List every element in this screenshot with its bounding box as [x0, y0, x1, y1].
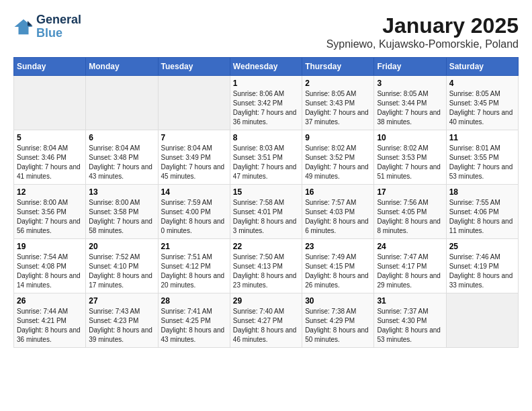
calendar-cell: 26Sunrise: 7:44 AM Sunset: 4:21 PM Dayli… [14, 293, 86, 348]
calendar-body: 1Sunrise: 8:06 AM Sunset: 3:42 PM Daylig… [14, 76, 519, 348]
week-row-1: 1Sunrise: 8:06 AM Sunset: 3:42 PM Daylig… [14, 76, 519, 130]
weekday-thursday: Thursday [302, 58, 374, 76]
day-number: 3 [377, 79, 443, 88]
day-number: 16 [305, 187, 371, 197]
weekday-header-row: SundayMondayTuesdayWednesdayThursdayFrid… [14, 58, 519, 76]
day-number: 8 [233, 133, 299, 142]
day-number: 17 [377, 187, 443, 197]
calendar-cell: 16Sunrise: 7:57 AM Sunset: 4:03 PM Dayli… [302, 185, 374, 239]
day-info: Sunrise: 7:56 AM Sunset: 4:05 PM Dayligh… [377, 198, 443, 236]
day-number: 30 [305, 296, 371, 306]
calendar-cell: 17Sunrise: 7:56 AM Sunset: 4:05 PM Dayli… [374, 185, 446, 239]
calendar-cell: 22Sunrise: 7:50 AM Sunset: 4:13 PM Dayli… [230, 239, 302, 293]
day-number: 19 [17, 242, 83, 251]
day-number: 14 [161, 187, 227, 197]
calendar-table: SundayMondayTuesdayWednesdayThursdayFrid… [13, 57, 519, 348]
day-number: 10 [377, 133, 443, 142]
calendar-cell [86, 76, 158, 130]
calendar-cell: 1Sunrise: 8:06 AM Sunset: 3:42 PM Daylig… [230, 76, 302, 130]
day-info: Sunrise: 7:38 AM Sunset: 4:29 PM Dayligh… [305, 307, 371, 345]
calendar-cell: 20Sunrise: 7:52 AM Sunset: 4:10 PM Dayli… [86, 239, 158, 293]
day-number: 23 [305, 242, 371, 251]
calendar-cell: 29Sunrise: 7:40 AM Sunset: 4:27 PM Dayli… [230, 293, 302, 348]
day-info: Sunrise: 7:49 AM Sunset: 4:15 PM Dayligh… [305, 253, 371, 290]
day-number: 6 [89, 133, 154, 142]
week-row-2: 5Sunrise: 8:04 AM Sunset: 3:46 PM Daylig… [14, 130, 519, 185]
day-info: Sunrise: 8:05 AM Sunset: 3:43 PM Dayligh… [305, 89, 371, 127]
calendar-cell: 11Sunrise: 8:01 AM Sunset: 3:55 PM Dayli… [446, 130, 518, 185]
day-info: Sunrise: 7:54 AM Sunset: 4:08 PM Dayligh… [17, 253, 83, 290]
day-info: Sunrise: 7:57 AM Sunset: 4:03 PM Dayligh… [305, 198, 371, 236]
weekday-tuesday: Tuesday [158, 58, 230, 76]
day-info: Sunrise: 8:05 AM Sunset: 3:45 PM Dayligh… [449, 89, 515, 127]
calendar-cell: 23Sunrise: 7:49 AM Sunset: 4:15 PM Dayli… [302, 239, 374, 293]
day-info: Sunrise: 7:47 AM Sunset: 4:17 PM Dayligh… [377, 253, 443, 290]
weekday-saturday: Saturday [446, 58, 518, 76]
calendar-cell: 9Sunrise: 8:02 AM Sunset: 3:52 PM Daylig… [302, 130, 374, 185]
calendar-cell: 3Sunrise: 8:05 AM Sunset: 3:44 PM Daylig… [374, 76, 446, 130]
day-info: Sunrise: 7:50 AM Sunset: 4:13 PM Dayligh… [233, 253, 299, 290]
day-info: Sunrise: 7:44 AM Sunset: 4:21 PM Dayligh… [17, 307, 83, 345]
day-info: Sunrise: 7:37 AM Sunset: 4:30 PM Dayligh… [377, 307, 443, 345]
subtitle: Sypniewo, Kujawsko-Pomorskie, Poland [326, 38, 519, 50]
day-number: 7 [161, 133, 227, 142]
day-number: 1 [233, 79, 299, 88]
day-number: 15 [233, 187, 299, 197]
day-info: Sunrise: 8:01 AM Sunset: 3:55 PM Dayligh… [449, 144, 515, 181]
page-header: General Blue January 2025 Sypniewo, Kuja… [13, 13, 519, 50]
day-number: 31 [377, 296, 443, 306]
day-info: Sunrise: 8:02 AM Sunset: 3:53 PM Dayligh… [377, 144, 443, 181]
day-info: Sunrise: 8:00 AM Sunset: 3:56 PM Dayligh… [17, 198, 83, 236]
day-number: 5 [17, 133, 83, 142]
day-info: Sunrise: 7:51 AM Sunset: 4:12 PM Dayligh… [161, 253, 227, 290]
day-info: Sunrise: 7:55 AM Sunset: 4:06 PM Dayligh… [449, 198, 515, 236]
calendar-cell: 27Sunrise: 7:43 AM Sunset: 4:23 PM Dayli… [86, 293, 158, 348]
calendar-header: SundayMondayTuesdayWednesdayThursdayFrid… [14, 58, 519, 76]
calendar-cell: 25Sunrise: 7:46 AM Sunset: 4:19 PM Dayli… [446, 239, 518, 293]
day-info: Sunrise: 7:58 AM Sunset: 4:01 PM Dayligh… [233, 198, 299, 236]
day-number: 20 [89, 242, 154, 251]
day-info: Sunrise: 8:00 AM Sunset: 3:58 PM Dayligh… [89, 198, 154, 236]
calendar-cell [14, 76, 86, 130]
calendar-cell [158, 76, 230, 130]
day-number: 2 [305, 79, 371, 88]
day-info: Sunrise: 7:41 AM Sunset: 4:25 PM Dayligh… [161, 307, 227, 345]
title-block: January 2025 Sypniewo, Kujawsko-Pomorski… [326, 13, 519, 50]
day-number: 22 [233, 242, 299, 251]
day-number: 29 [233, 296, 299, 306]
calendar-cell: 30Sunrise: 7:38 AM Sunset: 4:29 PM Dayli… [302, 293, 374, 348]
logo-line1: General [36, 13, 81, 27]
calendar-cell: 15Sunrise: 7:58 AM Sunset: 4:01 PM Dayli… [230, 185, 302, 239]
day-number: 13 [89, 187, 154, 197]
calendar-cell: 8Sunrise: 8:03 AM Sunset: 3:51 PM Daylig… [230, 130, 302, 185]
calendar-cell: 31Sunrise: 7:37 AM Sunset: 4:30 PM Dayli… [374, 293, 446, 348]
day-info: Sunrise: 8:04 AM Sunset: 3:48 PM Dayligh… [89, 144, 154, 181]
weekday-sunday: Sunday [14, 58, 86, 76]
day-info: Sunrise: 7:43 AM Sunset: 4:23 PM Dayligh… [89, 307, 154, 345]
day-number: 27 [89, 296, 154, 306]
calendar-cell: 13Sunrise: 8:00 AM Sunset: 3:58 PM Dayli… [86, 185, 158, 239]
day-number: 21 [161, 242, 227, 251]
day-number: 26 [17, 296, 83, 306]
week-row-3: 12Sunrise: 8:00 AM Sunset: 3:56 PM Dayli… [14, 185, 519, 239]
calendar-cell: 14Sunrise: 7:59 AM Sunset: 4:00 PM Dayli… [158, 185, 230, 239]
calendar-cell: 6Sunrise: 8:04 AM Sunset: 3:48 PM Daylig… [86, 130, 158, 185]
week-row-4: 19Sunrise: 7:54 AM Sunset: 4:08 PM Dayli… [14, 239, 519, 293]
calendar-cell: 7Sunrise: 8:04 AM Sunset: 3:49 PM Daylig… [158, 130, 230, 185]
calendar-cell [446, 293, 518, 348]
day-info: Sunrise: 8:06 AM Sunset: 3:42 PM Dayligh… [233, 89, 299, 127]
calendar-cell: 28Sunrise: 7:41 AM Sunset: 4:25 PM Dayli… [158, 293, 230, 348]
day-info: Sunrise: 7:40 AM Sunset: 4:27 PM Dayligh… [233, 307, 299, 345]
calendar-cell: 19Sunrise: 7:54 AM Sunset: 4:08 PM Dayli… [14, 239, 86, 293]
day-info: Sunrise: 8:04 AM Sunset: 3:49 PM Dayligh… [161, 144, 227, 181]
main-title: January 2025 [326, 13, 519, 38]
day-info: Sunrise: 8:04 AM Sunset: 3:46 PM Dayligh… [17, 144, 83, 181]
calendar-cell: 4Sunrise: 8:05 AM Sunset: 3:45 PM Daylig… [446, 76, 518, 130]
day-number: 9 [305, 133, 371, 142]
day-info: Sunrise: 7:59 AM Sunset: 4:00 PM Dayligh… [161, 198, 227, 236]
calendar-cell: 2Sunrise: 8:05 AM Sunset: 3:43 PM Daylig… [302, 76, 374, 130]
calendar-cell: 24Sunrise: 7:47 AM Sunset: 4:17 PM Dayli… [374, 239, 446, 293]
logo-line2: Blue [36, 27, 81, 40]
week-row-5: 26Sunrise: 7:44 AM Sunset: 4:21 PM Dayli… [14, 293, 519, 348]
weekday-monday: Monday [86, 58, 158, 76]
